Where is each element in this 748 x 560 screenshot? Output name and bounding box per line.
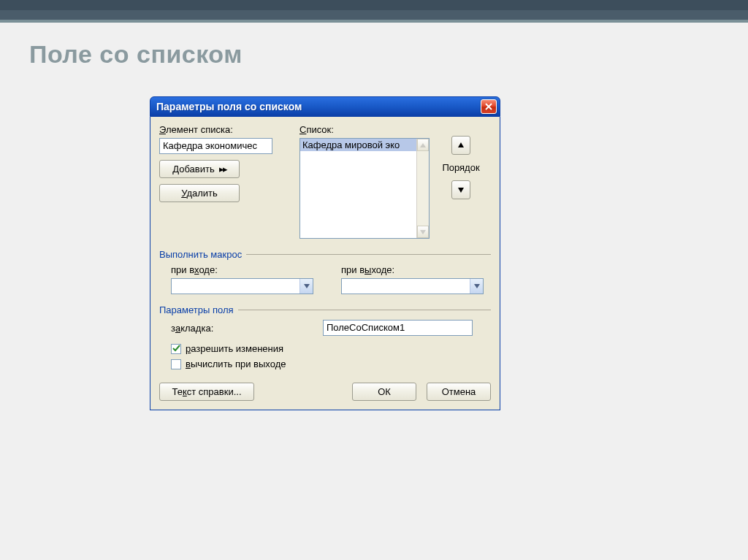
dialog: Параметры поля со списком Элемент списка… <box>150 96 500 410</box>
add-button[interactable]: Добавить ▸▸ <box>159 160 240 178</box>
scroll-down-button[interactable] <box>417 226 429 238</box>
params-header: Параметры поля <box>159 304 491 315</box>
list-label: Список: <box>299 124 431 135</box>
calc-on-exit-checkbox[interactable] <box>171 359 181 369</box>
allow-changes-checkbox[interactable] <box>171 344 181 354</box>
element-input[interactable]: Кафедра экономичес <box>159 138 272 154</box>
move-up-button[interactable] <box>451 136 470 155</box>
app-topbar <box>0 0 748 23</box>
ok-button[interactable]: ОК <box>352 383 416 401</box>
calc-on-exit-label: вычислить при выходе <box>186 358 286 369</box>
arrow-down-icon <box>457 186 465 193</box>
help-text-button[interactable]: Текст справки... <box>159 383 254 401</box>
cancel-button[interactable]: Отмена <box>427 383 491 401</box>
check-icon <box>172 345 180 353</box>
list-box[interactable]: Кафедра мировой эко <box>299 138 430 239</box>
page-title: Поле со списком <box>29 40 243 69</box>
allow-changes-label: разрешить изменения <box>186 343 283 354</box>
dialog-titlebar[interactable]: Параметры поля со списком <box>150 96 500 117</box>
chevron-down-icon[interactable] <box>299 279 313 294</box>
dialog-title: Параметры поля со списком <box>156 101 302 112</box>
arrow-up-icon <box>457 142 465 149</box>
chevron-down-icon[interactable] <box>470 279 483 294</box>
delete-button[interactable]: Удалить <box>159 184 240 202</box>
macro-entry-combo[interactable] <box>171 278 313 294</box>
order-label: Порядок <box>442 162 479 173</box>
list-item[interactable]: Кафедра мировой эко <box>300 139 429 151</box>
macro-exit-combo[interactable] <box>341 278 484 294</box>
close-button[interactable] <box>481 99 497 114</box>
bookmark-label: закладка: <box>171 323 323 334</box>
scroll-up-button[interactable] <box>417 139 429 151</box>
macro-exit-label: при выходе: <box>341 264 491 275</box>
macro-entry-label: при входе: <box>171 264 321 275</box>
arrow-right-icon: ▸▸ <box>219 164 226 174</box>
element-label: Элемент списка: <box>159 124 299 135</box>
dialog-body: Элемент списка: Кафедра экономичес Добав… <box>150 117 500 410</box>
bookmark-input[interactable]: ПолеСоСписком1 <box>323 320 473 336</box>
macros-header: Выполнить макрос <box>159 249 491 260</box>
close-icon <box>485 103 492 110</box>
scrollbar[interactable] <box>416 139 429 238</box>
move-down-button[interactable] <box>451 180 470 199</box>
